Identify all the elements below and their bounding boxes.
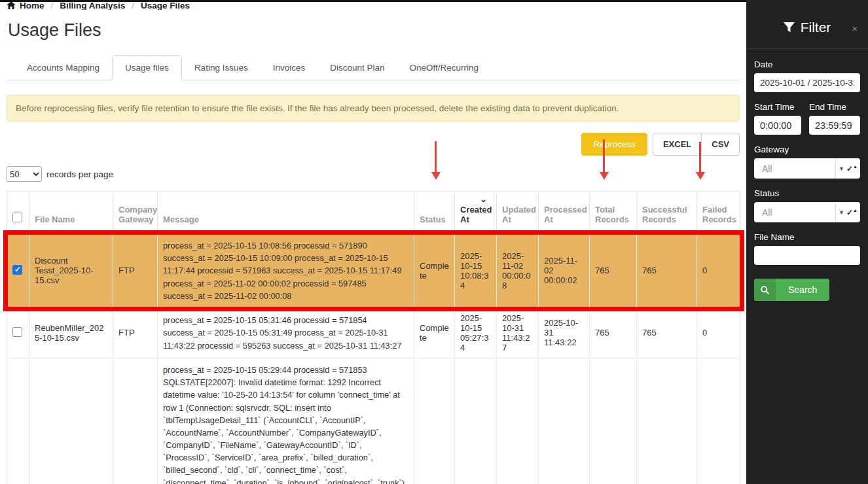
table-row[interactable]: process_at = 2025-10-15 05:29:44 process… (7, 358, 740, 484)
cell-message: process_at = 2025-10-15 05:29:44 process… (158, 358, 414, 484)
file-name-label: File Name (754, 232, 860, 242)
filter-panel: Filter × Date Start Time End Time Gatewa… (746, 0, 868, 484)
table-header-row: File Name Company Gateway Message Status… (7, 192, 740, 234)
col-header-processed-at[interactable]: Processed At (539, 192, 590, 234)
row-checkbox-cell (7, 358, 29, 484)
cell-updated-at (497, 358, 539, 484)
cell-company-gateway: FTP (113, 234, 158, 308)
gateway-selected-value: All (762, 164, 772, 174)
select-all-cell (7, 192, 29, 234)
cell-status: Complete (414, 307, 455, 358)
breadcrumb-usage-files[interactable]: Usage Files (141, 1, 190, 10)
tab-rating-issues[interactable]: Rating Issues (182, 56, 261, 80)
date-field: Date (754, 60, 860, 92)
row-checkbox[interactable] (12, 327, 22, 337)
cell-updated-at: 2025-10-31 11:43:27 (497, 307, 539, 358)
start-time-label: Start Time (754, 102, 801, 112)
col-header-message[interactable]: Message (158, 192, 414, 234)
col-header-file-name[interactable]: File Name (29, 192, 113, 234)
cell-message: process_at = 2025-10-15 05:31:46 process… (158, 307, 414, 358)
cell-successful-records: 765 (637, 307, 697, 358)
row-checkbox[interactable] (12, 265, 22, 275)
check-sort-icon: ✓▲ (846, 164, 858, 173)
col-header-successful-records[interactable]: Successful Records (637, 192, 697, 234)
date-range-input[interactable] (754, 73, 860, 92)
end-time-field: End Time (809, 102, 860, 135)
status-selected-value: All (762, 207, 772, 218)
search-icon (754, 279, 776, 301)
cell-total-records: 765 (590, 307, 637, 358)
select-all-checkbox[interactable] (12, 213, 22, 222)
select-caret-icons: ▼✓▲ (835, 202, 860, 222)
col-header-total-records[interactable]: Total Records (590, 192, 637, 234)
warning-banner: Before reprocessing files, verify file r… (7, 95, 740, 122)
col-header-failed-records[interactable]: Failed Records (697, 192, 740, 234)
breadcrumb-home[interactable]: Home (20, 1, 45, 10)
breadcrumb-separator: / (129, 1, 137, 10)
start-time-input[interactable] (754, 116, 801, 135)
gateway-label: Gateway (754, 145, 860, 154)
tab-usage-files[interactable]: Usage files (112, 55, 182, 80)
date-label: Date (754, 60, 860, 69)
gateway-select[interactable]: All ▼✓▲ (754, 158, 860, 179)
col-header-updated-at[interactable]: Updated At (497, 192, 539, 234)
row-checkbox-cell (7, 307, 29, 358)
records-per-page-label: records per page (46, 169, 113, 179)
tab-discount-plan[interactable]: Discount Plan (317, 56, 397, 80)
search-button[interactable]: Search (754, 279, 829, 301)
status-label: Status (754, 188, 860, 198)
table-row[interactable]: ReubenMiller_2025-10-15.csv FTP process_… (7, 307, 740, 358)
tab-invoices[interactable]: Invoices (261, 56, 318, 80)
gateway-field: Gateway All ▼✓▲ (754, 145, 860, 179)
cell-total-records: 765 (590, 234, 637, 308)
status-field: Status All ▼✓▲ (754, 188, 860, 222)
check-sort-icon: ✓▲ (846, 208, 858, 217)
cell-failed-records (697, 358, 740, 484)
search-button-label: Search (776, 279, 829, 301)
breadcrumb-billing-analysis[interactable]: Billing Analysis (60, 1, 125, 10)
end-time-input[interactable] (809, 116, 860, 135)
excel-export-button[interactable]: EXCEL (653, 133, 701, 156)
cell-status (414, 358, 455, 484)
start-time-field: Start Time (754, 102, 801, 135)
table-row-selected[interactable]: Discount Tesst_2025-10-15.csv FTP proces… (7, 234, 740, 308)
cell-status: Complete (414, 234, 455, 308)
main-content: Home / Billing Analysis / Usage Files Us… (0, 0, 746, 484)
cell-updated-at: 2025-11-02 00:00:08 (497, 234, 539, 308)
end-time-label: End Time (809, 102, 860, 112)
close-icon[interactable]: × (852, 24, 858, 33)
records-per-page-select[interactable]: 50 (7, 166, 42, 182)
caret-down-icon: ▼ (839, 209, 844, 216)
reprocess-button[interactable]: Reprocess (581, 133, 647, 156)
row-checkbox-cell (7, 234, 29, 308)
csv-export-button[interactable]: CSV (701, 133, 740, 156)
cell-processed-at: 2025-11-02 00:00:02 (539, 234, 590, 308)
col-header-created-at[interactable]: ⌄Created At (455, 192, 497, 234)
status-select[interactable]: All ▼✓▲ (754, 202, 860, 222)
cell-total-records (590, 358, 637, 484)
breadcrumb: Home / Billing Analysis / Usage Files (7, 1, 740, 10)
time-fields: Start Time End Time (754, 102, 860, 135)
cell-successful-records: 765 (637, 234, 697, 308)
filter-header: Filter × (746, 0, 868, 48)
usage-files-table: File Name Company Gateway Message Status… (7, 191, 740, 484)
records-per-page: 50 records per page (7, 166, 740, 182)
select-caret-icons: ▼✓▲ (835, 158, 860, 179)
file-name-input[interactable] (754, 246, 860, 265)
col-header-status[interactable]: Status (414, 192, 455, 234)
cell-failed-records: 0 (697, 307, 740, 358)
tab-accounts-mapping[interactable]: Accounts Mapping (14, 56, 112, 80)
caret-down-icon: ▼ (839, 165, 844, 172)
cell-file-name: Discount Tesst_2025-10-15.csv (29, 234, 113, 308)
divider (746, 48, 868, 49)
tab-oneoff-recurring[interactable]: OneOff/Recurring (397, 56, 492, 80)
tab-bar: Accounts Mapping Usage files Rating Issu… (7, 55, 740, 80)
filter-funnel-icon (784, 22, 795, 33)
cell-file-name: ReubenMiller_2025-10-15.csv (29, 307, 113, 358)
col-header-company-gateway[interactable]: Company Gateway (113, 192, 158, 234)
cell-successful-records (637, 358, 697, 484)
cell-file-name (29, 358, 113, 484)
filter-title: Filter (801, 20, 831, 35)
toolbar: Reprocess EXCEL CSV (7, 133, 740, 156)
page-title: Usage Files (8, 20, 740, 41)
